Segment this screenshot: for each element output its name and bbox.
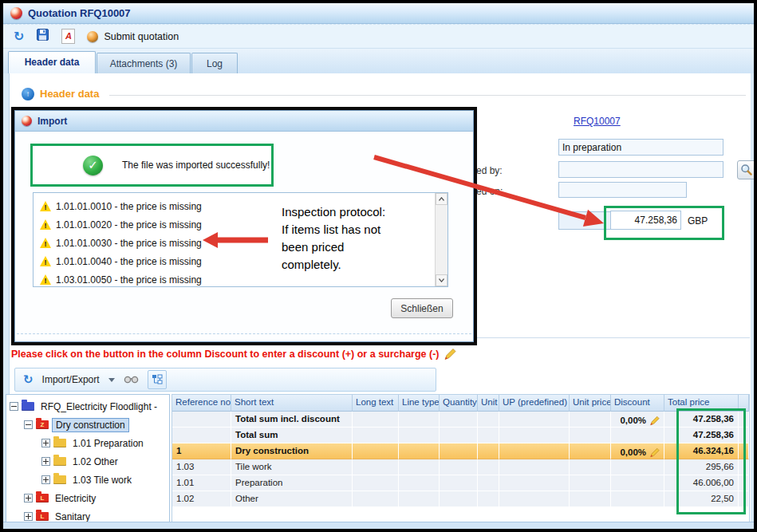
import-export-button[interactable]: Import/Export: [42, 374, 100, 385]
red-folder-icon: L: [36, 494, 49, 502]
discount-instruction: Please click on the button in the column…: [11, 348, 456, 361]
tree-item-rfq-root[interactable]: RFQ_Electricity Floodlight -: [6, 397, 169, 416]
section-title: Header data: [40, 88, 99, 100]
annotation-green-box-success: ✓ The file was imported successfully!: [30, 144, 274, 187]
currency-label: GBP: [688, 215, 708, 227]
table-row-other[interactable]: 1.02 Other 22,50: [172, 491, 749, 507]
warning-item[interactable]: ! 1.01.01.0010 - the price is missing: [40, 197, 447, 215]
success-message: The file was imported successfully!: [122, 160, 270, 171]
col-header: Short text: [231, 395, 353, 412]
label-fragment-on: ed on:: [476, 186, 503, 197]
tree-item-preparation[interactable]: 1.01 Preparation: [6, 434, 169, 452]
annotation-note: Inspection protocol: If items list has n…: [282, 203, 385, 274]
window-frame-bottom: [3, 522, 754, 530]
refresh-icon[interactable]: ↻: [14, 30, 24, 43]
expand-icon[interactable]: [24, 512, 33, 521]
table-row-total-sum[interactable]: Total sum 47.258,36: [172, 428, 749, 443]
warning-icon: !: [40, 238, 51, 248]
warning-item[interactable]: ! 1.03.01.0050 - the price is missing: [40, 270, 447, 289]
pencil-icon[interactable]: [649, 416, 660, 426]
col-header: Unit: [478, 395, 499, 412]
status-field[interactable]: [558, 139, 723, 156]
warning-list: ! 1.01.01.0010 - the price is missing ! …: [33, 192, 448, 287]
col-header: Quantity: [440, 395, 478, 412]
hierarchy-view-button[interactable]: [148, 370, 167, 389]
col-header-filler: [739, 395, 749, 412]
hierarchy-icon: [152, 374, 163, 385]
tab-header-data[interactable]: Header data: [8, 51, 96, 73]
expand-icon[interactable]: [41, 475, 50, 484]
warning-item[interactable]: ! 1.01.01.0020 - the price is missing: [40, 215, 447, 234]
collapse-icon[interactable]: [24, 420, 33, 429]
collapse-icon[interactable]: [10, 402, 18, 411]
section-divider: [109, 95, 746, 96]
tree-item-other[interactable]: 1.02 Other: [6, 452, 169, 471]
discount-cell[interactable]: 0,00%: [611, 412, 664, 428]
tree-item-tile-work[interactable]: 1.03 Tile work: [6, 471, 169, 489]
expand-icon[interactable]: [24, 494, 33, 502]
dialog-title: Import: [37, 116, 67, 127]
table-row-total-incl-discount[interactable]: Total sum incl. discount 0,00% 47.258,36: [172, 412, 749, 428]
table-row-dry-construction[interactable]: 1 Dry construction 0,00% 46.324,16: [172, 443, 749, 459]
table-row-tile-work[interactable]: 1.03 Tile work 295,66: [172, 459, 749, 475]
items-table: Reference no. Short text Long text Line …: [172, 394, 750, 522]
table-row-preparation[interactable]: 1.01 Preparation 46.006,00: [172, 475, 749, 491]
processed-by-field[interactable]: [558, 161, 723, 178]
collapse-section-icon[interactable]: ↑: [22, 88, 34, 100]
app-logo-icon: [22, 116, 32, 126]
warning-icon: !: [40, 256, 51, 266]
table-header-row: Reference no. Short text Long text Line …: [172, 395, 749, 412]
scrollbar[interactable]: [435, 193, 447, 286]
submit-icon: [87, 31, 98, 42]
magnifier-icon: [740, 164, 753, 176]
col-header: Line type: [399, 395, 440, 412]
warning-item[interactable]: ! 1.01.01.0040 - the price is missing: [40, 252, 447, 270]
total-field-left: [558, 211, 611, 230]
warning-item[interactable]: ! 1.01.01.0030 - the price is missing: [40, 234, 447, 252]
save-icon[interactable]: [36, 28, 49, 45]
red-folder-icon: Z: [36, 420, 49, 429]
col-header: Unit price: [570, 395, 611, 412]
dialog-titlebar: Import: [15, 111, 473, 132]
scroll-down-icon[interactable]: [436, 274, 447, 286]
view-glasses-icon[interactable]: [124, 372, 139, 387]
col-header: Total price: [664, 395, 739, 412]
tab-attachments[interactable]: Attachments (3): [97, 53, 191, 73]
col-header: Long text: [353, 395, 399, 412]
warning-icon: !: [40, 219, 51, 230]
tree-item-sanitary[interactable]: L Sanitary: [6, 507, 169, 523]
pdf-export-icon[interactable]: A: [61, 29, 75, 44]
col-header: Reference no.: [172, 395, 231, 412]
app-logo-icon: [10, 7, 22, 19]
tree-item-dry-construction[interactable]: Z Dry construction: [6, 416, 169, 434]
close-button[interactable]: Schließen: [391, 298, 453, 318]
red-folder-icon: L: [36, 512, 49, 521]
chevron-down-icon[interactable]: [108, 378, 115, 382]
dialog-footer-divider: [17, 333, 471, 334]
pencil-icon[interactable]: [649, 447, 660, 458]
tab-log[interactable]: Log: [191, 53, 238, 73]
expand-icon[interactable]: [41, 457, 50, 466]
screenshot-root: Quotation RFQ10007 ↻ A Submit quotation …: [0, 0, 757, 532]
discount-cell[interactable]: 0,00%: [611, 443, 664, 459]
blue-folder-icon: [22, 402, 34, 411]
main-toolbar: ↻ A Submit quotation: [3, 24, 754, 49]
total-value-field[interactable]: [610, 211, 681, 230]
tree-item-electricity[interactable]: L Electricity: [6, 489, 169, 507]
import-dialog: Import ✓ The file was imported successfu…: [11, 107, 477, 345]
tab-strip: Header data Attachments (3) Log: [3, 49, 754, 74]
warning-icon: !: [40, 201, 51, 211]
pencil-icon: [444, 348, 456, 361]
scroll-up-icon[interactable]: [436, 193, 447, 205]
expand-icon[interactable]: [41, 439, 50, 447]
processed-on-field[interactable]: [558, 182, 687, 198]
refresh-items-icon[interactable]: ↻: [23, 373, 34, 386]
window-frame-right: [751, 73, 754, 522]
submit-quotation-button[interactable]: Submit quotation: [87, 31, 179, 42]
search-button[interactable]: [737, 160, 756, 179]
success-check-icon: ✓: [83, 156, 103, 175]
col-header: UP (predefined): [499, 395, 570, 412]
yellow-folder-icon: [53, 439, 66, 447]
rfq-number-link[interactable]: RFQ10007: [574, 116, 621, 127]
label-fragment-by: ed by:: [476, 165, 503, 176]
